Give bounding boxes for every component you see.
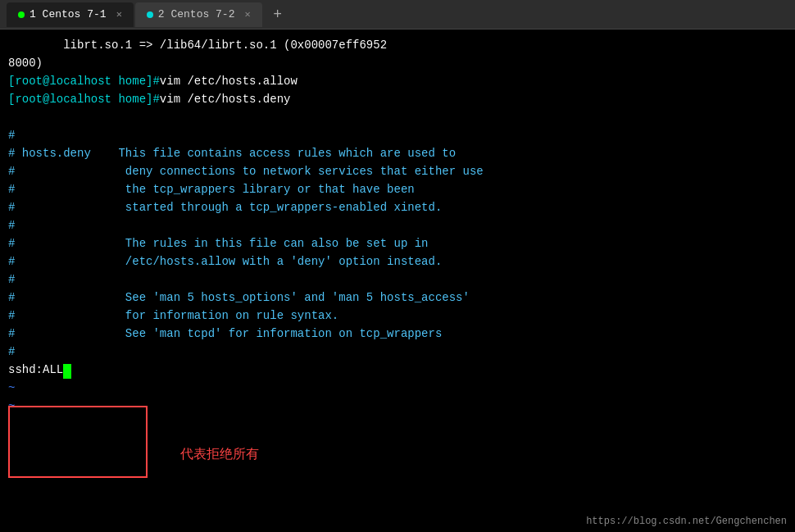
terminal-line-4: [root@localhost home]#vim /etc/hosts.den… — [8, 90, 787, 108]
cursor — [63, 364, 71, 379]
terminal-line-18: # — [8, 343, 787, 361]
terminal-line-9: # the tcp_wrappers library or that have … — [8, 180, 787, 198]
terminal-line-2: 8000) — [8, 54, 787, 72]
terminal-line-10: # started through a tcp_wrappers-enabled… — [8, 198, 787, 216]
highlight-box — [8, 406, 148, 478]
tab2-label: 2 Centos 7-2 — [158, 8, 235, 20]
tab-2[interactable]: 2 Centos 7-2 ✕ — [135, 2, 262, 27]
tab1-label: 1 Centos 7-1 — [30, 8, 107, 20]
terminal-line-14: # — [8, 271, 787, 289]
terminal-line-7: # hosts.deny This file contains access r… — [8, 144, 787, 162]
terminal-line-16: # for information on rule syntax. — [8, 307, 787, 325]
url-watermark: https://blog.csdn.net/Gengchenchen — [586, 516, 787, 527]
add-tab-button[interactable]: + — [267, 4, 288, 25]
terminal-line-5 — [8, 108, 787, 126]
tab2-close[interactable]: ✕ — [244, 8, 250, 20]
terminal-line-8: # deny connections to network services t… — [8, 162, 787, 180]
terminal-line-1: librt.so.1 => /lib64/librt.so.1 (0x00007… — [8, 36, 787, 54]
terminal-line-15: # See 'man 5 hosts_options' and 'man 5 h… — [8, 289, 787, 307]
terminal-line-11: # — [8, 216, 787, 234]
terminal-line-17: # See 'man tcpd' for information on tcp_… — [8, 325, 787, 343]
tab1-close[interactable]: ✕ — [116, 8, 122, 20]
chinese-deny-label: 代表拒绝所有 — [180, 446, 259, 463]
terminal-line-tilde-1: ~ — [8, 379, 787, 397]
terminal-line-tilde-2: ~ — [8, 397, 787, 415]
tab-1[interactable]: 1 Centos 7-1 ✕ — [7, 2, 134, 27]
terminal-line-3: [root@localhost home]#vim /etc/hosts.all… — [8, 72, 787, 90]
terminal-line-6: # — [8, 126, 787, 144]
terminal-line-12: # The rules in this file can also be set… — [8, 234, 787, 252]
titlebar: 1 Centos 7-1 ✕ 2 Centos 7-2 ✕ + — [0, 0, 795, 30]
terminal-line-13: # /etc/hosts.allow with a 'deny' option … — [8, 252, 787, 271]
terminal-line-sshd: sshd:ALL — [8, 361, 787, 379]
tab1-dot — [18, 11, 25, 18]
tab2-dot — [147, 11, 153, 18]
terminal: librt.so.1 => /lib64/librt.so.1 (0x00007… — [0, 30, 795, 532]
